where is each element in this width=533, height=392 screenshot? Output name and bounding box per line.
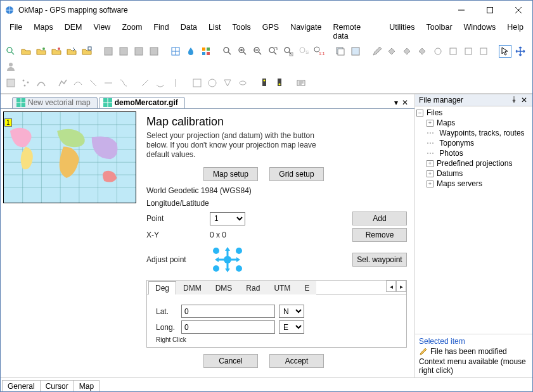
file-tree[interactable]: −Files +Maps ⋯ Waypoints, tracks, routes… [415,106,532,334]
tool2-k-icon[interactable] [169,77,182,89]
menu-data[interactable]: Data [176,21,202,42]
menu-dem[interactable]: DEM [60,21,87,42]
tool-folder5-icon[interactable] [80,45,93,58]
coord-tab-deg[interactable]: Deg [148,281,176,294]
coord-tab-dms[interactable]: DMS [209,281,240,294]
tool2-n-icon[interactable] [221,77,234,89]
menu-utilities[interactable]: Utilities [384,21,420,42]
menu-help[interactable]: Help [502,21,529,42]
tool2-c-icon[interactable] [35,77,48,89]
status-tab-general[interactable]: General [2,380,41,392]
lat-hemi-select[interactable]: N [279,305,304,318]
tree-item[interactable]: Predefined projections [437,158,512,168]
tool-shape5-icon[interactable] [447,45,459,58]
close-button[interactable] [504,1,532,20]
add-button[interactable]: Add [352,212,407,225]
tab-demo-mercator[interactable]: demoMercator.gif [99,97,185,108]
tool-zoom11-icon[interactable]: 1:1 [312,45,325,58]
tab-new-vectorial[interactable]: New vectorial map [12,97,98,108]
long-hemi-select[interactable]: E [279,320,304,334]
lat-input[interactable] [181,305,275,318]
tool2-h-icon[interactable] [117,77,130,89]
tool2-j-icon[interactable] [154,77,167,89]
tool2-a-icon[interactable] [4,77,17,89]
minimize-button[interactable] [447,1,475,20]
menu-remote-data[interactable]: Remote data [328,21,383,42]
menu-windows[interactable]: Windows [459,21,501,42]
tool-open-icon[interactable] [4,45,17,58]
map-setup-button[interactable]: Map setup [203,167,258,181]
remove-button[interactable]: Remove [352,228,407,242]
tool2-o-icon[interactable] [236,77,249,89]
tool2-f-icon[interactable] [87,77,100,89]
maximize-button[interactable] [475,1,504,20]
expander-icon[interactable]: + [427,160,433,167]
tool-water-icon[interactable] [184,45,197,58]
tool2-l-icon[interactable] [191,77,203,89]
tree-item[interactable]: Waypoints, tracks, routes [439,128,524,138]
tool2-b-icon[interactable] [20,77,32,89]
tool-folder2-icon[interactable] [35,45,48,58]
tool-save1-icon[interactable] [102,45,115,58]
tool-layers2-icon[interactable] [349,45,362,58]
tool-layers-icon[interactable] [334,45,347,58]
coord-tab-utm[interactable]: UTM [267,281,297,294]
menu-find[interactable]: Find [148,21,174,42]
tool2-d-icon[interactable] [56,77,69,89]
tool-grid2-icon[interactable] [200,45,212,58]
menu-view[interactable]: View [89,21,116,42]
tool-user-icon[interactable] [4,60,17,73]
menu-file[interactable]: File [4,21,27,42]
menu-toolbar[interactable]: Toolbar [421,21,458,42]
menu-tools[interactable]: Tools [228,21,256,42]
tool-zoomsel-icon[interactable] [282,45,295,58]
menu-gps[interactable]: GPS [257,21,284,42]
tool-pencil-icon[interactable] [371,45,383,58]
tool-zoomin-icon[interactable] [236,45,249,58]
tool-shape4-icon[interactable] [432,45,444,58]
map-thumbnail[interactable]: Mercator Projection [3,111,136,203]
tool2-i-icon[interactable] [139,77,151,89]
tab-scroll-left-icon[interactable]: ◂ [386,281,396,292]
expander-icon[interactable]: + [427,170,433,177]
pin-icon[interactable] [508,96,520,104]
long-input[interactable] [181,320,275,334]
tool-save3-icon[interactable] [132,45,145,58]
tool-arrow-icon[interactable] [499,45,511,58]
tree-item[interactable]: Datums [437,168,463,179]
tool-shape3-icon[interactable] [416,45,429,58]
tool2-g-icon[interactable] [102,77,115,89]
menu-navigate[interactable]: Navigate [285,21,326,42]
tool-folder3-icon[interactable] [50,45,63,58]
tab-scroll-right-icon[interactable]: ▸ [396,281,406,292]
point-select[interactable]: 1 [210,212,245,225]
cancel-button[interactable]: Cancel [203,354,258,368]
tree-item[interactable]: Maps [437,118,455,128]
adjust-pad-icon[interactable] [210,244,245,275]
coord-tab-e[interactable]: E [297,281,316,294]
tree-item[interactable]: Toponyms [439,138,474,148]
tree-item[interactable]: Maps servers [437,179,482,189]
calibration-marker[interactable]: 1 [4,118,12,127]
tool-zoomfit-icon[interactable] [267,45,279,58]
accept-button[interactable]: Accept [269,354,324,368]
tool-shape6-icon[interactable] [462,45,475,58]
tree-root[interactable]: Files [427,108,442,118]
status-tab-cursor[interactable]: Cursor [40,380,74,392]
coord-tab-dmm[interactable]: DMM [176,281,209,294]
tool-shape7-icon[interactable] [477,45,490,58]
expander-icon[interactable]: + [427,180,433,187]
tree-item[interactable]: Photos [439,148,463,158]
tool-folder4-icon[interactable] [65,45,78,58]
expander-icon[interactable]: − [416,110,423,117]
tool2-light1-icon[interactable] [258,77,271,89]
tool-shape1-icon[interactable] [386,45,399,58]
tool-zoomS-icon[interactable]: S [297,45,310,58]
coord-tab-rad[interactable]: Rad [239,281,267,294]
tool-folder1-icon[interactable] [20,45,32,58]
status-tab-map[interactable]: Map [74,380,100,392]
sel-waypoint-button[interactable]: Sel. waypoint [352,253,407,267]
tool-grid-icon[interactable] [169,45,182,58]
expander-icon[interactable]: + [427,120,433,127]
tool-save2-icon[interactable] [117,45,130,58]
